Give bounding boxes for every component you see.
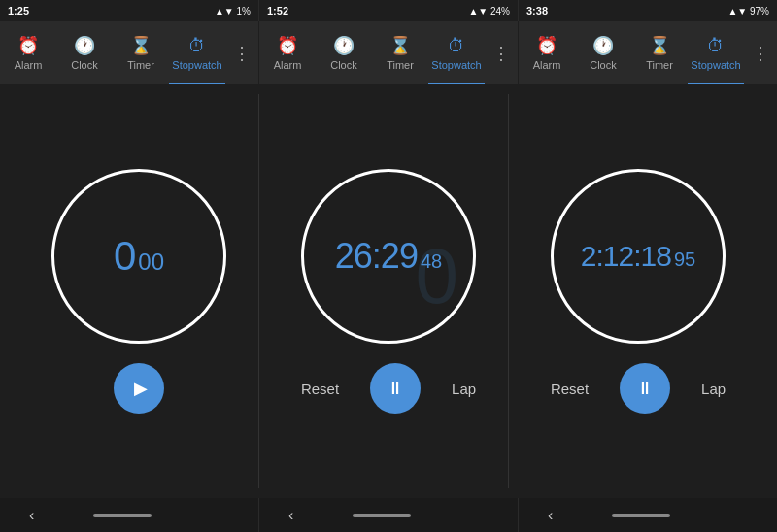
signal-1: ▲▼ 1% <box>215 6 251 17</box>
timer-label-1: Timer <box>127 59 154 71</box>
home-bar-2[interactable] <box>353 514 411 517</box>
time-main-2: 26:29 <box>335 236 418 277</box>
time-main-3: 2:12:18 <box>581 240 671 273</box>
pause-icon-3: ⏸ <box>636 379 654 399</box>
stopwatch-icon-2: ⏱ <box>448 36 465 56</box>
tab-timer-3[interactable]: ⌛ Timer <box>631 21 688 84</box>
alarm-icon-3: ⏰ <box>536 35 557 56</box>
timer-icon-2: ⌛ <box>389 35 411 56</box>
pause-icon-2: ⏸ <box>387 379 404 399</box>
nav-panel-2: ⏰ Alarm 🕐 Clock ⌛ Timer ⏱ Stopwatch ⋮ <box>259 21 519 84</box>
bottom-nav-3: ‹ <box>519 498 777 532</box>
stopwatch-label-3: Stopwatch <box>691 59 740 71</box>
tab-clock-2[interactable]: 🕐 Clock <box>316 21 372 84</box>
tab-stopwatch-2[interactable]: ⏱ Stopwatch <box>428 21 485 84</box>
home-bar-3[interactable] <box>612 514 670 517</box>
pause-button-3[interactable]: ⏸ <box>620 363 670 414</box>
timer-label-2: Timer <box>387 59 414 71</box>
status-bar-2: 1:52 ▲▼ 24% <box>259 0 519 21</box>
bottom-nav-1: ‹ <box>0 498 259 532</box>
clock-label-3: Clock <box>590 59 617 71</box>
tab-alarm-2[interactable]: ⏰ Alarm <box>259 21 316 84</box>
nav-tabs-1: ⏰ Alarm 🕐 Clock ⌛ Timer ⏱ Stopwatch <box>0 21 225 84</box>
timer-icon-1: ⌛ <box>130 35 152 56</box>
stopwatch-label-2: Stopwatch <box>431 59 481 71</box>
pause-button-2[interactable]: ⏸ <box>370 363 421 414</box>
time-display-1: 0 00 <box>114 233 164 280</box>
clock-label-1: Clock <box>71 59 98 71</box>
stopwatch-panel-1: 0 00 ▶ <box>19 94 259 488</box>
tab-clock-1[interactable]: 🕐 Clock <box>56 21 113 84</box>
tab-timer-1[interactable]: ⌛ Timer <box>113 21 169 84</box>
play-icon-1: ▶ <box>134 378 148 399</box>
status-bars: 1:25 ▲▼ 1% 1:52 ▲▼ 24% 3:38 ▲▼ 97% <box>0 0 777 21</box>
timer-label-3: Timer <box>646 59 673 71</box>
reset-button-2[interactable]: Reset <box>289 373 351 405</box>
circle-display-1: 0 00 <box>51 169 226 344</box>
tab-clock-3[interactable]: 🕐 Clock <box>575 21 631 84</box>
signal-3: ▲▼ 97% <box>727 6 769 17</box>
back-arrow-1[interactable]: ‹ <box>29 507 34 524</box>
time-1: 1:25 <box>8 5 29 17</box>
controls-3: Reset ⏸ Lap <box>528 363 748 414</box>
main-content: 0 00 ▶ 26:29 48 0 Reset ⏸ Lap <box>0 84 777 498</box>
more-menu-1[interactable]: ⋮ <box>225 43 258 64</box>
status-bar-1: 1:25 ▲▼ 1% <box>0 0 259 21</box>
ghost-zero-2: 0 <box>416 232 459 321</box>
time-main-1: 0 <box>114 233 135 280</box>
back-arrow-3[interactable]: ‹ <box>548 507 553 524</box>
alarm-label-2: Alarm <box>274 59 302 71</box>
stopwatch-icon-1: ⏱ <box>188 36 206 56</box>
nav-row: ⏰ Alarm 🕐 Clock ⌛ Timer ⏱ Stopwatch ⋮ ⏰ … <box>0 21 777 84</box>
alarm-label-1: Alarm <box>15 59 43 71</box>
circle-display-3: 2:12:18 95 <box>551 169 726 344</box>
tab-stopwatch-1[interactable]: ⏱ Stopwatch <box>169 21 225 84</box>
time-2: 1:52 <box>267 5 288 17</box>
time-3: 3:38 <box>526 5 548 17</box>
lap-button-2[interactable]: Lap <box>440 373 488 405</box>
status-bar-3: 3:38 ▲▼ 97% <box>519 0 777 21</box>
back-arrow-2[interactable]: ‹ <box>288 507 293 524</box>
stopwatch-panel-2: 26:29 48 0 Reset ⏸ Lap <box>269 94 509 488</box>
tab-timer-2[interactable]: ⌛ Timer <box>372 21 428 84</box>
tab-stopwatch-3[interactable]: ⏱ Stopwatch <box>688 21 744 84</box>
controls-1: ▶ <box>29 363 249 414</box>
controls-2: Reset ⏸ Lap <box>279 363 498 414</box>
circle-display-2: 26:29 48 0 <box>301 169 476 344</box>
bottom-nav-2: ‹ <box>259 498 519 532</box>
stopwatch-panel-3: 2:12:18 95 Reset ⏸ Lap <box>519 94 758 488</box>
clock-label-2: Clock <box>330 59 357 71</box>
clock-icon-2: 🕐 <box>333 35 355 56</box>
stopwatch-icon-3: ⏱ <box>707 36 725 56</box>
nav-panel-1: ⏰ Alarm 🕐 Clock ⌛ Timer ⏱ Stopwatch ⋮ <box>0 21 259 84</box>
home-bar-1[interactable] <box>93 514 152 517</box>
nav-tabs-2: ⏰ Alarm 🕐 Clock ⌛ Timer ⏱ Stopwatch <box>259 21 485 84</box>
clock-icon-1: 🕐 <box>74 35 95 56</box>
more-menu-3[interactable]: ⋮ <box>744 43 777 64</box>
alarm-icon-2: ⏰ <box>277 35 298 56</box>
reset-button-3[interactable]: Reset <box>539 373 600 405</box>
tab-alarm-3[interactable]: ⏰ Alarm <box>519 21 575 84</box>
play-button-1[interactable]: ▶ <box>114 363 164 414</box>
more-menu-2[interactable]: ⋮ <box>485 43 518 64</box>
nav-panel-3: ⏰ Alarm 🕐 Clock ⌛ Timer ⏱ Stopwatch ⋮ <box>519 21 777 84</box>
nav-tabs-3: ⏰ Alarm 🕐 Clock ⌛ Timer ⏱ Stopwatch <box>519 21 744 84</box>
alarm-icon-1: ⏰ <box>17 35 39 56</box>
bottom-nav: ‹ ‹ ‹ <box>0 498 777 532</box>
alarm-label-3: Alarm <box>533 59 561 71</box>
time-sub-1: 00 <box>138 249 164 276</box>
tab-alarm-1[interactable]: ⏰ Alarm <box>0 21 56 84</box>
timer-icon-3: ⌛ <box>649 35 670 56</box>
clock-icon-3: 🕐 <box>592 35 614 56</box>
time-sub-3: 95 <box>674 249 695 271</box>
signal-2: ▲▼ 24% <box>468 6 510 17</box>
time-display-3: 2:12:18 95 <box>581 240 695 273</box>
lap-button-3[interactable]: Lap <box>690 373 737 405</box>
stopwatch-label-1: Stopwatch <box>172 59 221 71</box>
